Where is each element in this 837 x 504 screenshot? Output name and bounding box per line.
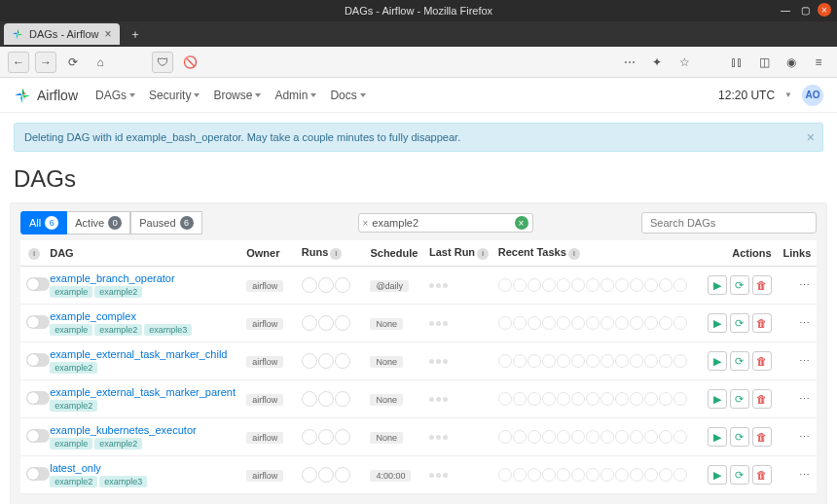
info-icon[interactable]: i xyxy=(28,248,40,260)
dag-tag[interactable]: example2 xyxy=(50,476,97,487)
trigger-button[interactable]: ▶ xyxy=(708,275,727,295)
dag-tag[interactable]: example2 xyxy=(50,362,97,374)
dag-tag[interactable]: example3 xyxy=(99,476,147,487)
dag-tag[interactable]: example2 xyxy=(50,400,97,412)
pause-toggle[interactable] xyxy=(26,391,50,405)
pause-toggle[interactable] xyxy=(26,353,50,367)
pause-toggle[interactable] xyxy=(26,315,50,329)
pause-toggle[interactable] xyxy=(26,467,50,481)
nav-dags[interactable]: DAGs xyxy=(95,89,135,102)
schedule-badge[interactable]: None xyxy=(370,356,403,368)
refresh-button[interactable]: ⟳ xyxy=(730,465,749,485)
close-tab-icon[interactable]: × xyxy=(105,27,112,41)
shield-icon[interactable]: 🛡 xyxy=(152,52,173,73)
delete-button[interactable]: 🗑 xyxy=(752,313,772,333)
nav-admin[interactable]: Admin xyxy=(274,89,316,102)
tag-remove-icon[interactable]: × xyxy=(363,218,369,229)
dag-link[interactable]: example_kubernetes_executor xyxy=(50,424,196,436)
close-window-icon[interactable]: × xyxy=(818,3,831,17)
minimize-icon[interactable]: — xyxy=(779,3,792,17)
col-recent[interactable]: Recent Tasksi xyxy=(492,240,699,267)
owner-badge[interactable]: airflow xyxy=(246,470,283,482)
owner-badge[interactable]: airflow xyxy=(246,356,283,368)
dag-tag[interactable]: example xyxy=(50,324,92,336)
schedule-badge[interactable]: 4:00:00 xyxy=(370,470,411,482)
pause-toggle[interactable] xyxy=(26,429,50,443)
dag-link[interactable]: example_external_task_marker_child xyxy=(50,348,227,360)
links-menu[interactable]: ⋯ xyxy=(799,279,811,291)
delete-button[interactable]: 🗑 xyxy=(752,275,772,295)
schedule-badge[interactable]: None xyxy=(370,394,403,406)
dag-tag[interactable]: example xyxy=(50,438,92,450)
back-button[interactable]: ← xyxy=(8,52,29,73)
runs-indicator[interactable] xyxy=(302,315,359,331)
runs-indicator[interactable] xyxy=(302,353,359,369)
more-icon[interactable]: ⋯ xyxy=(619,52,640,73)
runs-indicator[interactable] xyxy=(302,277,359,293)
runs-indicator[interactable] xyxy=(302,391,359,407)
links-menu[interactable]: ⋯ xyxy=(799,469,811,481)
dag-link[interactable]: example_complex xyxy=(50,310,136,322)
links-menu[interactable]: ⋯ xyxy=(799,317,811,329)
delete-button[interactable]: 🗑 xyxy=(752,351,772,371)
dag-tag[interactable]: example xyxy=(50,286,92,298)
col-runs[interactable]: Runsi xyxy=(296,240,365,267)
dag-tag[interactable]: example3 xyxy=(144,324,192,336)
delete-button[interactable]: 🗑 xyxy=(752,465,772,485)
schedule-badge[interactable]: None xyxy=(370,318,403,330)
recent-tasks[interactable] xyxy=(498,430,693,444)
maximize-icon[interactable]: ▢ xyxy=(798,3,812,17)
info-icon[interactable]: i xyxy=(330,248,342,260)
sidebar-icon[interactable]: ◫ xyxy=(753,52,775,73)
nav-docs[interactable]: Docs xyxy=(330,89,365,102)
dag-link[interactable]: example_branch_operator xyxy=(50,272,174,284)
col-dag[interactable]: DAG xyxy=(44,240,240,267)
recent-tasks[interactable] xyxy=(498,278,693,292)
tag-filter[interactable]: × example2 × xyxy=(358,213,533,233)
links-menu[interactable]: ⋯ xyxy=(799,355,811,367)
reload-button[interactable]: ⟳ xyxy=(62,52,84,73)
owner-badge[interactable]: airflow xyxy=(246,280,283,292)
forward-button[interactable]: → xyxy=(35,52,56,73)
dag-tag[interactable]: example2 xyxy=(94,324,142,336)
menu-icon[interactable]: ≡ xyxy=(808,52,829,73)
delete-button[interactable]: 🗑 xyxy=(752,389,772,409)
browser-tab[interactable]: DAGs - Airflow × xyxy=(4,23,120,45)
dag-link[interactable]: example_external_task_marker_parent xyxy=(50,386,236,398)
pause-toggle[interactable] xyxy=(26,277,50,291)
brand[interactable]: Airflow xyxy=(14,87,78,104)
runs-indicator[interactable] xyxy=(302,467,359,483)
refresh-button[interactable]: ⟳ xyxy=(730,427,749,447)
info-icon[interactable]: i xyxy=(477,248,489,260)
trigger-button[interactable]: ▶ xyxy=(708,313,727,333)
chevron-down-icon[interactable]: ▼ xyxy=(784,90,792,99)
dag-link[interactable]: latest_only xyxy=(50,462,101,474)
refresh-button[interactable]: ⟳ xyxy=(730,275,749,295)
tag-filter-clear-icon[interactable]: × xyxy=(515,216,528,230)
schedule-badge[interactable]: @daily xyxy=(370,280,409,292)
info-icon[interactable]: i xyxy=(568,248,580,260)
library-icon[interactable]: ⫿⫿ xyxy=(726,52,747,73)
col-lastrun[interactable]: Last Runi xyxy=(423,240,492,267)
owner-badge[interactable]: airflow xyxy=(246,394,283,406)
refresh-button[interactable]: ⟳ xyxy=(730,313,749,333)
col-schedule[interactable]: Schedule xyxy=(364,240,423,267)
refresh-button[interactable]: ⟳ xyxy=(730,389,749,409)
col-owner[interactable]: Owner xyxy=(240,240,296,267)
filter-paused[interactable]: Paused6 xyxy=(130,211,201,234)
delete-button[interactable]: 🗑 xyxy=(752,427,772,447)
filter-all[interactable]: All6 xyxy=(20,211,67,234)
bookmark-icon[interactable]: ☆ xyxy=(673,52,695,73)
account-icon[interactable]: ◉ xyxy=(781,52,802,73)
owner-badge[interactable]: airflow xyxy=(246,318,283,330)
recent-tasks[interactable] xyxy=(498,468,693,482)
trigger-button[interactable]: ▶ xyxy=(708,351,727,371)
dag-tag[interactable]: example2 xyxy=(94,286,142,298)
trigger-button[interactable]: ▶ xyxy=(708,465,727,485)
permissions-icon[interactable]: 🚫 xyxy=(179,52,200,73)
schedule-badge[interactable]: None xyxy=(370,432,403,444)
user-avatar[interactable]: AO xyxy=(802,85,823,106)
runs-indicator[interactable] xyxy=(302,429,359,445)
trigger-button[interactable]: ▶ xyxy=(708,389,727,409)
dag-tag[interactable]: example2 xyxy=(94,438,142,450)
